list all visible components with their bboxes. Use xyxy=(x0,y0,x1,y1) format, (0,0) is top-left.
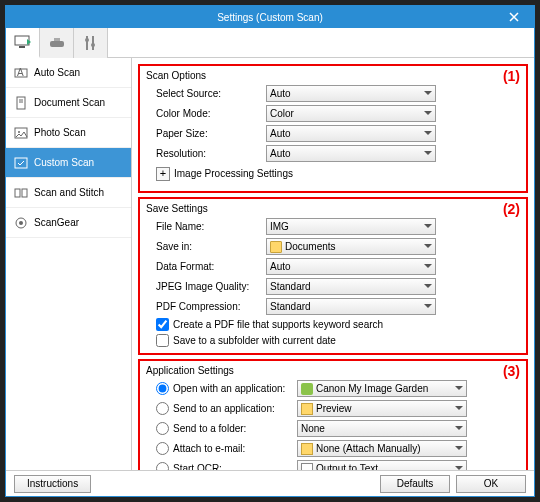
resolution-label: Resolution: xyxy=(156,148,266,159)
expand-image-processing[interactable]: + xyxy=(156,167,170,181)
svg-rect-3 xyxy=(54,38,60,41)
svg-rect-10 xyxy=(17,97,25,109)
color-mode-dropdown[interactable]: Color xyxy=(266,105,436,122)
paper-size-label: Paper Size: xyxy=(156,128,266,139)
svg-rect-0 xyxy=(15,36,29,45)
start-ocr-label: Start OCR: xyxy=(173,463,293,470)
sidebar-item-document-scan[interactable]: Document Scan xyxy=(6,88,131,118)
sidebar: AAuto Scan Document Scan Photo Scan Cust… xyxy=(6,58,132,470)
sidebar-item-scan-and-stitch[interactable]: Scan and Stitch xyxy=(6,178,131,208)
svg-point-6 xyxy=(85,38,89,42)
footer: Instructions Defaults OK xyxy=(6,470,534,496)
annotation-2: (2) xyxy=(503,201,520,217)
sidebar-item-label: ScanGear xyxy=(34,217,79,228)
app-icon xyxy=(301,383,313,395)
pdf-compression-dropdown[interactable]: Standard xyxy=(266,298,436,315)
preview-icon xyxy=(301,403,313,415)
sidebar-item-label: Custom Scan xyxy=(34,157,94,168)
data-format-label: Data Format: xyxy=(156,261,266,272)
sidebar-item-scangear[interactable]: ScanGear xyxy=(6,208,131,238)
svg-rect-16 xyxy=(15,189,20,197)
paper-size-dropdown[interactable]: Auto xyxy=(266,125,436,142)
titlebar: Settings (Custom Scan) xyxy=(6,6,534,28)
send-to-folder-label: Send to a folder: xyxy=(173,423,293,434)
send-to-folder-radio[interactable] xyxy=(156,422,169,435)
select-source-label: Select Source: xyxy=(156,88,266,99)
save-in-label: Save in: xyxy=(156,241,266,252)
jpeg-quality-dropdown[interactable]: Standard xyxy=(266,278,436,295)
send-to-app-dropdown[interactable]: Preview xyxy=(297,400,467,417)
start-ocr-dropdown[interactable]: Output to Text xyxy=(297,460,467,470)
sidebar-item-label: Scan and Stitch xyxy=(34,187,104,198)
svg-point-19 xyxy=(19,221,23,225)
open-with-app-radio[interactable] xyxy=(156,382,169,395)
group-title: Scan Options xyxy=(146,70,520,81)
close-button[interactable] xyxy=(494,6,534,28)
resolution-dropdown[interactable]: Auto xyxy=(266,145,436,162)
tab-scan-from-computer[interactable] xyxy=(6,28,40,58)
svg-text:A: A xyxy=(17,67,24,78)
defaults-button[interactable]: Defaults xyxy=(380,475,450,493)
sidebar-item-auto-scan[interactable]: AAuto Scan xyxy=(6,58,131,88)
subfolder-date-checkbox[interactable]: Save to a subfolder with current date xyxy=(156,334,520,347)
save-settings-group: (2) Save Settings File Name:IMG Save in:… xyxy=(138,197,528,355)
open-with-app-dropdown[interactable]: Canon My Image Garden xyxy=(297,380,467,397)
folder-icon xyxy=(270,241,282,253)
annotation-1: (1) xyxy=(503,68,520,84)
sidebar-item-label: Auto Scan xyxy=(34,67,80,78)
top-tabs xyxy=(6,28,534,58)
svg-point-7 xyxy=(91,43,95,47)
ok-button[interactable]: OK xyxy=(456,475,526,493)
application-settings-group: (3) Application Settings Open with an ap… xyxy=(138,359,528,470)
sidebar-item-label: Photo Scan xyxy=(34,127,86,138)
start-ocr-radio[interactable] xyxy=(156,462,169,470)
svg-rect-1 xyxy=(19,46,25,48)
sidebar-item-custom-scan[interactable]: Custom Scan xyxy=(6,148,131,178)
instructions-button[interactable]: Instructions xyxy=(14,475,91,493)
svg-rect-2 xyxy=(50,41,64,47)
scan-options-group: (1) Scan Options Select Source:Auto Colo… xyxy=(138,64,528,193)
pdf-compression-label: PDF Compression: xyxy=(156,301,266,312)
svg-point-14 xyxy=(18,131,20,133)
sidebar-item-photo-scan[interactable]: Photo Scan xyxy=(6,118,131,148)
send-to-folder-dropdown[interactable]: None xyxy=(297,420,467,437)
send-to-app-label: Send to an application: xyxy=(173,403,293,414)
save-in-dropdown[interactable]: Documents xyxy=(266,238,436,255)
attach-email-dropdown[interactable]: None (Attach Manually) xyxy=(297,440,467,457)
group-title: Save Settings xyxy=(146,203,520,214)
pdf-keyword-checkbox[interactable]: Create a PDF file that supports keyword … xyxy=(156,318,520,331)
text-icon xyxy=(301,463,313,471)
color-mode-label: Color Mode: xyxy=(156,108,266,119)
file-name-combo[interactable]: IMG xyxy=(266,218,436,235)
select-source-dropdown[interactable]: Auto xyxy=(266,85,436,102)
image-processing-label: Image Processing Settings xyxy=(174,168,293,179)
window-title: Settings (Custom Scan) xyxy=(217,12,323,23)
annotation-3: (3) xyxy=(503,363,520,379)
tab-general-settings[interactable] xyxy=(74,28,108,58)
svg-rect-17 xyxy=(22,189,27,197)
mail-icon xyxy=(301,443,313,455)
file-name-label: File Name: xyxy=(156,221,266,232)
sidebar-item-label: Document Scan xyxy=(34,97,105,108)
group-title: Application Settings xyxy=(146,365,520,376)
settings-window: Settings (Custom Scan) AAuto Scan Docume… xyxy=(5,5,535,497)
attach-email-label: Attach to e-mail: xyxy=(173,443,293,454)
tab-scan-from-panel[interactable] xyxy=(40,28,74,58)
send-to-app-radio[interactable] xyxy=(156,402,169,415)
open-with-app-label: Open with an application: xyxy=(173,383,293,394)
jpeg-quality-label: JPEG Image Quality: xyxy=(156,281,266,292)
attach-email-radio[interactable] xyxy=(156,442,169,455)
svg-rect-15 xyxy=(15,158,27,168)
main-panel: (1) Scan Options Select Source:Auto Colo… xyxy=(132,58,534,470)
data-format-dropdown[interactable]: Auto xyxy=(266,258,436,275)
